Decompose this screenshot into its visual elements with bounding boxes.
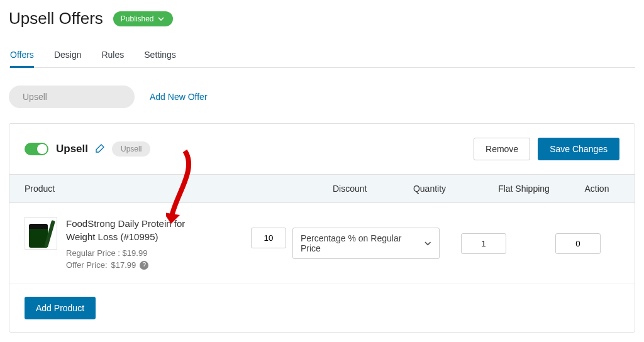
discount-type-label: Percentage % on Regular Price <box>301 233 418 253</box>
discount-value-input[interactable] <box>251 228 286 248</box>
add-product-button[interactable]: Add Product <box>25 297 96 319</box>
remove-button[interactable]: Remove <box>474 138 530 160</box>
discount-type-select[interactable]: Percentage % on Regular Price <box>292 228 440 259</box>
regular-price: Regular Price : $19.99 <box>66 248 198 258</box>
quantity-input[interactable] <box>461 233 506 254</box>
chevron-down-icon <box>158 17 164 21</box>
product-name: FoodStrong Daily Protein for Weight Loss… <box>66 217 198 243</box>
save-button[interactable]: Save Changes <box>538 138 619 160</box>
chevron-down-icon <box>425 241 431 246</box>
product-thumbnail <box>25 217 57 250</box>
status-text: Published <box>121 14 154 23</box>
add-offer-link[interactable]: Add New Offer <box>150 92 208 102</box>
shipping-input[interactable] <box>555 233 601 254</box>
col-discount: Discount <box>251 184 386 194</box>
page-title: Upsell Offers <box>9 9 103 28</box>
offer-card: Upsell Upsell Remove Save Changes Produc… <box>9 123 635 333</box>
help-icon[interactable]: ? <box>140 261 148 270</box>
edit-icon[interactable] <box>96 144 104 155</box>
col-shipping: Flat Shipping <box>474 184 574 194</box>
table-row: FoodStrong Daily Protein for Weight Loss… <box>9 203 635 284</box>
tab-offers[interactable]: Offers <box>10 43 34 68</box>
tab-design[interactable]: Design <box>54 43 82 68</box>
tab-settings[interactable]: Settings <box>144 43 176 68</box>
col-quantity: Quantity <box>386 184 474 194</box>
table-header: Product Discount Quantity Flat Shipping … <box>9 174 635 203</box>
tab-rules[interactable]: Rules <box>101 43 124 68</box>
col-action: Action <box>574 184 619 194</box>
status-badge[interactable]: Published <box>113 11 173 26</box>
tabs: Offers Design Rules Settings <box>9 43 635 68</box>
offer-toggle[interactable] <box>25 143 48 155</box>
offer-price: Offer Price: $17.99 ? <box>66 260 198 270</box>
offer-pill[interactable]: Upsell <box>9 86 135 108</box>
offer-type-pill: Upsell <box>112 141 150 157</box>
card-title: Upsell <box>56 143 88 155</box>
col-product: Product <box>25 184 251 194</box>
